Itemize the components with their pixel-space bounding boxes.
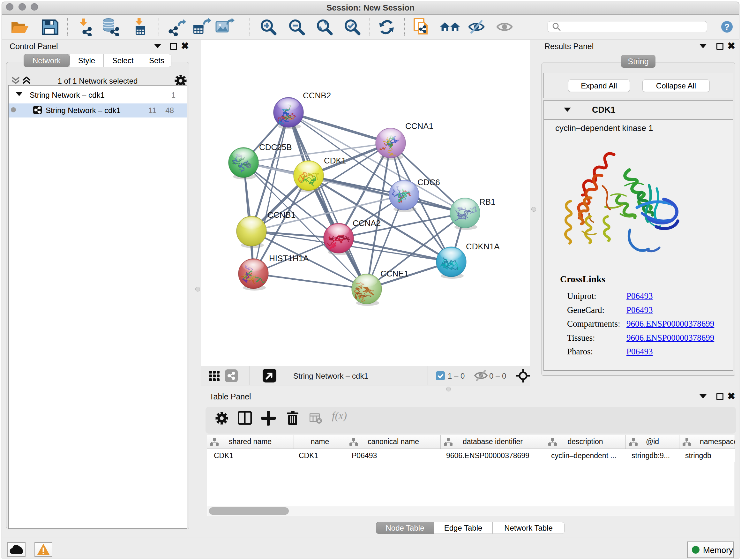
svg-text:CDKN1A: CDKN1A bbox=[466, 242, 500, 251]
svg-text:CDK1: CDK1 bbox=[324, 156, 346, 165]
svg-text:HIST1H1A: HIST1H1A bbox=[269, 253, 309, 263]
svg-text:RB1: RB1 bbox=[479, 197, 495, 206]
svg-text:CDC25B: CDC25B bbox=[259, 142, 292, 152]
svg-text:CCNB2: CCNB2 bbox=[303, 91, 331, 100]
svg-text:CCNE1: CCNE1 bbox=[381, 269, 408, 278]
svg-text:CCNA2: CCNA2 bbox=[353, 219, 381, 228]
svg-text:CCNA1: CCNA1 bbox=[405, 121, 433, 131]
svg-text:CDC6: CDC6 bbox=[417, 178, 440, 187]
svg-text:CCNB1: CCNB1 bbox=[267, 210, 295, 220]
